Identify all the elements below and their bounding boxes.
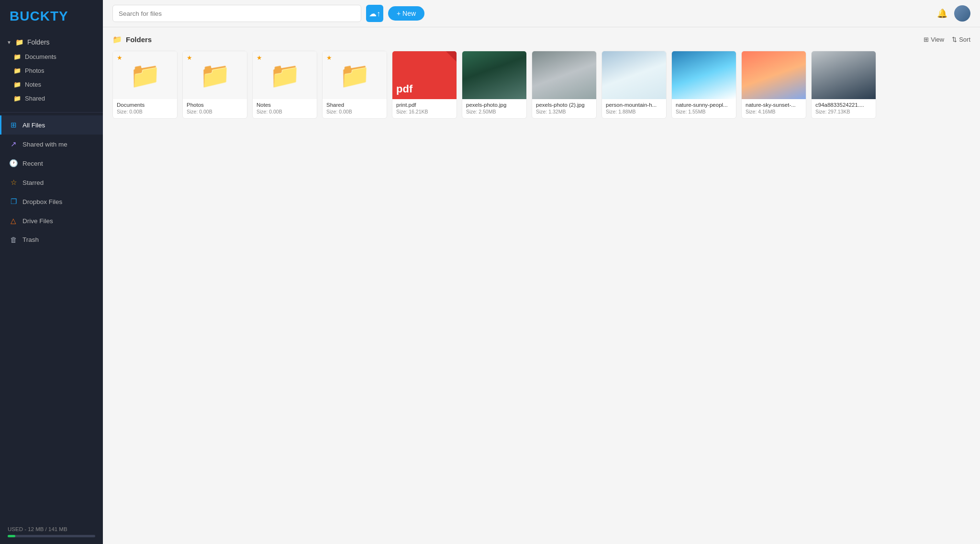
view-button[interactable]: ⊞ View (924, 36, 944, 43)
storage-section: USED - 12 MB / 141 MB (0, 521, 103, 544)
nav-items: ⊞All Files↗Shared with me🕐Recent☆Starred… (0, 115, 103, 249)
nav-label-shared-with-me: Shared with me (22, 141, 67, 148)
sidebar-folder-notes[interactable]: 📁Notes (13, 78, 103, 91)
folder-sub-label: Shared (25, 95, 45, 102)
file-name: print.pdf (396, 102, 453, 108)
file-card-f1[interactable]: ★ 📁 Documents Size: 0.00B (112, 51, 178, 119)
file-name: pexels-photo (2).jpg (536, 102, 592, 108)
folder-icon-small: 📁 (13, 95, 21, 102)
section-title: 📁 Folders (112, 35, 152, 44)
content-area: 📁 Folders ⊞ View ⇅ Sort ★ 📁 (103, 27, 980, 544)
file-size: Size: 1.55MB (676, 109, 732, 114)
file-size: Size: 16.21KB (396, 109, 453, 114)
folder-sub-items: 📁Documents📁Photos📁Notes📁Shared (0, 50, 103, 105)
search-input[interactable] (119, 10, 355, 17)
folder-sub-label: Notes (25, 81, 41, 88)
app-logo: BUCKTY (0, 0, 103, 33)
upload-button[interactable]: ☁↑ (366, 5, 383, 22)
sidebar-item-starred[interactable]: ☆Starred (0, 173, 103, 192)
file-thumb (742, 51, 806, 99)
file-card-f8[interactable]: person-mountain-h... Size: 1.88MB (601, 51, 667, 119)
file-size: Size: 1.88MB (606, 109, 662, 114)
file-card-f4[interactable]: ★ 📁 Shared Size: 0.00B (322, 51, 387, 119)
file-info: print.pdf Size: 16.21KB (392, 99, 457, 118)
sidebar-item-all-files[interactable]: ⊞All Files (0, 115, 103, 135)
file-info: Documents Size: 0.00B (113, 99, 177, 118)
file-info: nature-sunny-peopl... Size: 1.55MB (672, 99, 736, 118)
file-name: pexels-photo.jpg (466, 102, 523, 108)
file-name: Notes (256, 102, 313, 108)
pdf-label: pdf (396, 83, 412, 95)
topbar: ☁↑ + New 🔔 (103, 0, 980, 27)
file-size: Size: 0.00B (117, 109, 173, 114)
photo-thumb (812, 51, 876, 99)
sidebar: BUCKTY ▼ 📁 Folders 📁Documents📁Photos📁Not… (0, 0, 103, 544)
sidebar-item-trash[interactable]: 🗑Trash (0, 230, 103, 249)
file-card-f5[interactable]: pdf print.pdf Size: 16.21KB (392, 51, 457, 119)
folder-icon-small: 📁 (13, 81, 21, 88)
photo-thumb (742, 51, 806, 99)
nav-label-all-files: All Files (22, 122, 45, 129)
sidebar-item-dropbox-files[interactable]: ❐Dropbox Files (0, 192, 103, 211)
bell-icon[interactable]: 🔔 (937, 8, 947, 19)
new-button[interactable]: + New (388, 6, 424, 21)
star-badge: ★ (326, 54, 332, 61)
file-card-f10[interactable]: nature-sky-sunset-... Size: 4.16MB (741, 51, 806, 119)
nav-icon-dropbox-files: ❐ (9, 197, 18, 206)
sidebar-folder-documents[interactable]: 📁Documents (13, 50, 103, 64)
file-card-f3[interactable]: ★ 📁 Notes Size: 0.00B (252, 51, 317, 119)
file-card-f11[interactable]: c94a8833524221.... Size: 297.13KB (811, 51, 876, 119)
sort-label: Sort (959, 36, 970, 43)
file-info: nature-sky-sunset-... Size: 4.16MB (742, 99, 806, 118)
file-size: Size: 0.00B (256, 109, 313, 114)
nav-label-starred: Starred (22, 179, 44, 186)
file-size: Size: 0.00B (187, 109, 243, 114)
file-info: pexels-photo.jpg Size: 2.50MB (462, 99, 526, 118)
sort-button[interactable]: ⇅ Sort (952, 36, 970, 43)
section-header: 📁 Folders ⊞ View ⇅ Sort (112, 35, 970, 44)
divider (0, 112, 103, 113)
file-name: nature-sunny-peopl... (676, 102, 732, 108)
folder-thumb-icon: 📁 (269, 61, 301, 90)
file-info: person-mountain-h... Size: 1.88MB (602, 99, 666, 118)
file-thumb: ★ 📁 (323, 51, 387, 99)
nav-icon-shared-with-me: ↗ (9, 140, 18, 148)
file-card-f7[interactable]: pexels-photo (2).jpg Size: 1.32MB (532, 51, 597, 119)
topbar-right: 🔔 (937, 5, 970, 22)
folder-thumb-icon: 📁 (130, 61, 161, 90)
file-info: Photos Size: 0.00B (183, 99, 247, 118)
file-thumb (462, 51, 526, 99)
file-info: Shared Size: 0.00B (323, 99, 387, 118)
photo-thumb (462, 51, 526, 99)
search-box (112, 5, 361, 22)
section-folder-icon: 📁 (112, 35, 122, 44)
avatar[interactable] (954, 5, 970, 22)
pdf-thumb: pdf (392, 51, 457, 99)
sidebar-folder-shared[interactable]: 📁Shared (13, 91, 103, 105)
file-info: c94a8833524221.... Size: 297.13KB (812, 99, 876, 118)
file-thumb: ★ 📁 (253, 51, 317, 99)
sidebar-item-shared-with-me[interactable]: ↗Shared with me (0, 135, 103, 154)
view-label: View (931, 36, 944, 43)
folders-section: ▼ 📁 Folders 📁Documents📁Photos📁Notes📁Shar… (0, 33, 103, 109)
storage-label: USED - 12 MB / 141 MB (8, 526, 67, 532)
file-thumb: ★ 📁 (113, 51, 177, 99)
grid-icon: ⊞ (924, 36, 929, 43)
star-badge: ★ (117, 54, 122, 61)
sidebar-item-recent[interactable]: 🕐Recent (0, 154, 103, 173)
file-name: c94a8833524221.... (815, 102, 872, 108)
nav-label-recent: Recent (22, 160, 43, 167)
nav-label-dropbox-files: Dropbox Files (22, 198, 62, 205)
folder-icon: 📁 (15, 38, 23, 46)
file-card-f9[interactable]: nature-sunny-peopl... Size: 1.55MB (671, 51, 736, 119)
storage-bar-bg (8, 535, 95, 537)
sidebar-item-drive-files[interactable]: △Drive Files (0, 211, 103, 230)
file-card-f6[interactable]: pexels-photo.jpg Size: 2.50MB (462, 51, 527, 119)
file-thumb: ★ 📁 (183, 51, 247, 99)
file-card-f2[interactable]: ★ 📁 Photos Size: 0.00B (182, 51, 247, 119)
folders-header[interactable]: ▼ 📁 Folders (0, 34, 103, 50)
main-area: ☁↑ + New 🔔 📁 Folders ⊞ View ⇅ Sort (103, 0, 980, 544)
chevron-icon: ▼ (7, 40, 11, 45)
sidebar-folder-photos[interactable]: 📁Photos (13, 64, 103, 78)
file-thumb (602, 51, 666, 99)
